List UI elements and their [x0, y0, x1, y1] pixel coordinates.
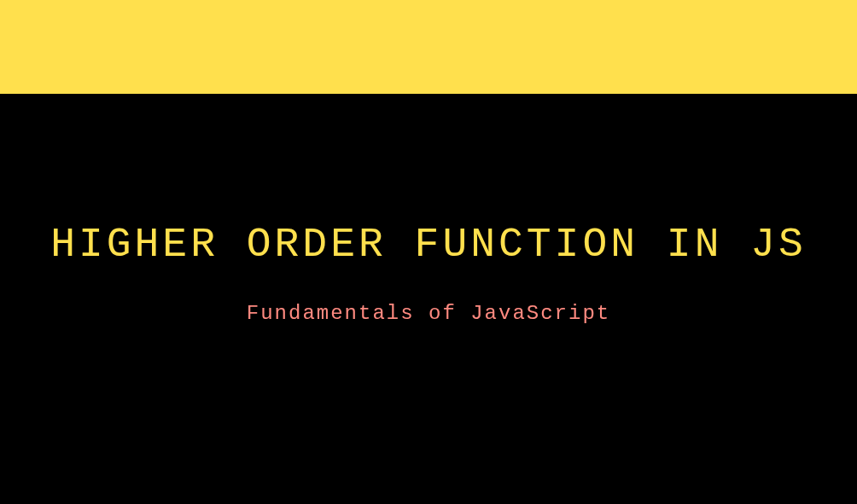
- slide-title: HIGHER ORDER FUNCTION IN JS: [50, 222, 807, 268]
- slide-content: HIGHER ORDER FUNCTION IN JS Fundamentals…: [0, 94, 857, 325]
- top-accent-bar: [0, 0, 857, 94]
- slide-subtitle: Fundamentals of JavaScript: [247, 302, 610, 325]
